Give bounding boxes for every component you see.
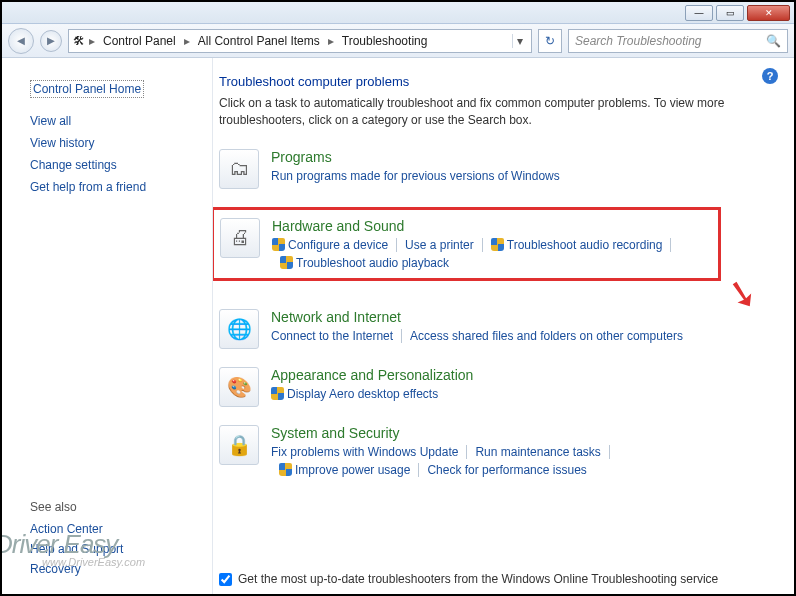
link-label: Access shared files and folders on other… xyxy=(410,329,683,343)
chevron-right-icon: ▸ xyxy=(182,34,192,48)
sidebar-item-change-settings[interactable]: Change settings xyxy=(30,158,212,172)
footer-label: Get the most up-to-date troubleshooters … xyxy=(238,572,718,586)
control-panel-home-link[interactable]: Control Panel Home xyxy=(30,80,144,98)
address-dropdown[interactable]: ▾ xyxy=(512,34,527,48)
link-label: Run programs made for previous versions … xyxy=(271,169,560,183)
breadcrumb-item[interactable]: All Control Panel Items xyxy=(194,34,324,48)
category-row: 🌐Network and InternetConnect to the Inte… xyxy=(219,309,774,349)
shield-icon xyxy=(280,256,293,269)
link-label: Connect to the Internet xyxy=(271,329,393,343)
breadcrumb-item[interactable]: Control Panel xyxy=(99,34,180,48)
sidebar-item-action-center[interactable]: Action Center xyxy=(30,522,123,536)
troubleshooter-link[interactable]: Configure a device xyxy=(272,238,397,252)
main-content: ? Troubleshoot computer problems Click o… xyxy=(212,58,794,594)
link-label: Run maintenance tasks xyxy=(475,445,600,459)
sidebar: Control Panel Home View all View history… xyxy=(2,58,212,594)
page-subtitle: Click on a task to automatically trouble… xyxy=(219,95,739,129)
troubleshooter-link[interactable]: Troubleshoot audio playback xyxy=(272,256,457,270)
category-title[interactable]: Hardware and Sound xyxy=(272,218,712,234)
troubleshooter-link[interactable]: Improve power usage xyxy=(271,463,419,477)
refresh-button[interactable]: ↻ xyxy=(538,29,562,53)
category-title[interactable]: Appearance and Personalization xyxy=(271,367,774,383)
shield-icon xyxy=(272,238,285,251)
shield-icon xyxy=(279,463,292,476)
troubleshooter-link[interactable]: Connect to the Internet xyxy=(271,329,402,343)
minimize-button[interactable]: — xyxy=(685,5,713,21)
category-icon: 🖨 xyxy=(220,218,260,258)
sidebar-item-help-support[interactable]: Help and Support xyxy=(30,542,123,556)
category-row: 🎨Appearance and PersonalizationDisplay A… xyxy=(219,367,774,407)
troubleshooter-link[interactable]: Fix problems with Windows Update xyxy=(271,445,467,459)
category-title[interactable]: Network and Internet xyxy=(271,309,774,325)
sidebar-item-view-history[interactable]: View history xyxy=(30,136,212,150)
shield-icon xyxy=(271,387,284,400)
search-input[interactable]: Search Troubleshooting 🔍 xyxy=(568,29,788,53)
troubleshooter-link[interactable]: Run maintenance tasks xyxy=(467,445,609,459)
troubleshooter-link[interactable]: Access shared files and folders on other… xyxy=(402,329,691,343)
troubleshooter-link[interactable]: Troubleshoot audio recording xyxy=(483,238,672,252)
link-label: Troubleshoot audio playback xyxy=(296,256,449,270)
link-label: Configure a device xyxy=(288,238,388,252)
search-placeholder: Search Troubleshooting xyxy=(575,34,702,48)
close-button[interactable]: ✕ xyxy=(747,5,790,21)
highlighted-category: 🖨Hardware and SoundConfigure a deviceUse… xyxy=(212,207,721,281)
troubleshooter-link[interactable]: Display Aero desktop effects xyxy=(271,387,446,401)
category-row: 🗂ProgramsRun programs made for previous … xyxy=(219,149,774,189)
back-button[interactable]: ◄ xyxy=(8,28,34,54)
see-also-label: See also xyxy=(30,500,77,514)
category-row: 🖨Hardware and SoundConfigure a deviceUse… xyxy=(219,207,774,295)
help-icon[interactable]: ? xyxy=(762,68,778,84)
category-title[interactable]: System and Security xyxy=(271,425,774,441)
footer-bar: Get the most up-to-date troubleshooters … xyxy=(219,572,774,586)
control-panel-icon: 🛠 xyxy=(73,34,85,48)
category-row: 🔒System and SecurityFix problems with Wi… xyxy=(219,425,774,477)
page-title: Troubleshoot computer problems xyxy=(219,74,774,89)
link-label: Fix problems with Windows Update xyxy=(271,445,458,459)
address-bar[interactable]: 🛠 ▸ Control Panel ▸ All Control Panel It… xyxy=(68,29,532,53)
sidebar-item-get-help[interactable]: Get help from a friend xyxy=(30,180,212,194)
search-icon: 🔍 xyxy=(766,34,781,48)
navigation-bar: ◄ ► 🛠 ▸ Control Panel ▸ All Control Pane… xyxy=(2,24,794,58)
sidebar-item-view-all[interactable]: View all xyxy=(30,114,212,128)
troubleshooter-link[interactable]: Use a printer xyxy=(397,238,483,252)
category-title[interactable]: Programs xyxy=(271,149,774,165)
category-icon: 🔒 xyxy=(219,425,259,465)
chevron-right-icon: ▸ xyxy=(326,34,336,48)
maximize-button[interactable]: ▭ xyxy=(716,5,744,21)
window-titlebar: — ▭ ✕ xyxy=(2,2,794,24)
link-label: Display Aero desktop effects xyxy=(287,387,438,401)
forward-button[interactable]: ► xyxy=(40,30,62,52)
chevron-right-icon: ▸ xyxy=(87,34,97,48)
online-troubleshooters-checkbox[interactable] xyxy=(219,573,232,586)
link-label: Troubleshoot audio recording xyxy=(507,238,663,252)
sidebar-item-recovery[interactable]: Recovery xyxy=(30,562,123,576)
link-label: Use a printer xyxy=(405,238,474,252)
category-icon: 🗂 xyxy=(219,149,259,189)
shield-icon xyxy=(491,238,504,251)
breadcrumb-item[interactable]: Troubleshooting xyxy=(338,34,432,48)
category-icon: 🌐 xyxy=(219,309,259,349)
category-icon: 🎨 xyxy=(219,367,259,407)
troubleshooter-link[interactable]: Check for performance issues xyxy=(419,463,594,477)
troubleshooter-link[interactable]: Run programs made for previous versions … xyxy=(271,169,568,183)
link-label: Improve power usage xyxy=(295,463,410,477)
link-label: Check for performance issues xyxy=(427,463,586,477)
